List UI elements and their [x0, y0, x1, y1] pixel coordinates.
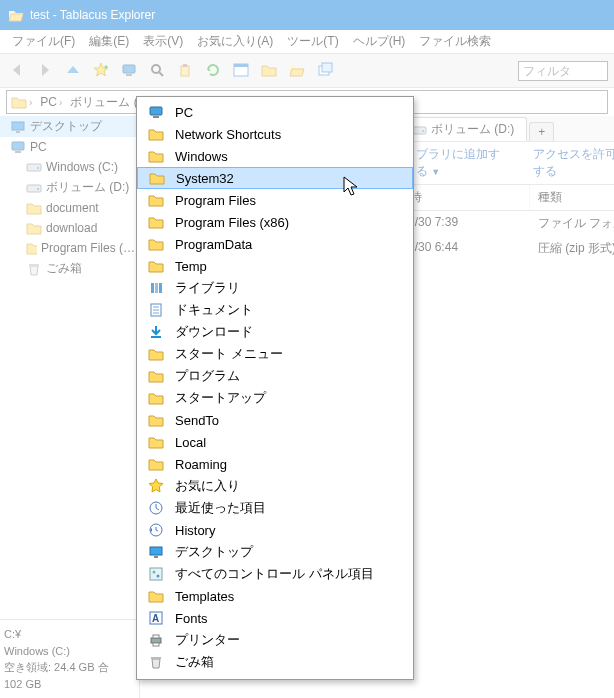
- tree-desktop[interactable]: デスクトップ: [0, 116, 139, 137]
- tree-trash[interactable]: ごみ箱: [0, 258, 139, 279]
- dropdown-item[interactable]: System32: [137, 167, 413, 189]
- dropdown-item-label: すべてのコントロール パネル項目: [175, 565, 374, 583]
- recent-icon: [147, 499, 165, 517]
- dropdown-item[interactable]: お気に入り: [137, 475, 413, 497]
- ribbon-grant-access[interactable]: アクセスを許可する: [533, 146, 614, 180]
- tree-drive-d[interactable]: ボリューム (D:): [0, 177, 139, 198]
- dropdown-item[interactable]: ごみ箱: [137, 651, 413, 673]
- dropdown-item-label: Templates: [175, 589, 234, 604]
- dropdown-item-label: Program Files (x86): [175, 215, 289, 230]
- folder-tree[interactable]: デスクトップ PC Windows (C:) ボリューム (D:) docume…: [0, 116, 139, 619]
- tree-drive-c[interactable]: Windows (C:): [0, 157, 139, 177]
- app-icon: [8, 7, 24, 23]
- dropdown-item[interactable]: Temp: [137, 255, 413, 277]
- dropdown-item-label: History: [175, 523, 215, 538]
- tree-pc[interactable]: PC: [0, 137, 139, 157]
- mouse-cursor: [343, 176, 361, 198]
- document-icon: [147, 301, 165, 319]
- address-segment-pc[interactable]: PC›: [36, 95, 66, 109]
- history-icon: [147, 521, 165, 539]
- dropdown-item[interactable]: デスクトップ: [137, 541, 413, 563]
- desktop-icon: [147, 543, 165, 561]
- folder-icon: [147, 587, 165, 605]
- dropdown-item[interactable]: スタート メニュー: [137, 343, 413, 365]
- fonts-icon: [147, 609, 165, 627]
- back-button[interactable]: [6, 59, 30, 83]
- menu-file-search[interactable]: ファイル検索: [413, 31, 497, 52]
- dropdown-item[interactable]: SendTo: [137, 409, 413, 431]
- download-icon: [147, 323, 165, 341]
- search-button[interactable]: [146, 59, 170, 83]
- jump-list-dropdown[interactable]: PCNetwork ShortcutsWindowsSystem32Progra…: [136, 96, 414, 680]
- menu-edit[interactable]: 編集(E): [83, 31, 135, 52]
- dropdown-item-label: お気に入り: [175, 477, 240, 495]
- tree-download[interactable]: download: [0, 218, 139, 238]
- ribbon-add-to-library[interactable]: ブラリに追加する ▼: [416, 146, 509, 180]
- new-window-button[interactable]: [314, 59, 338, 83]
- menu-view[interactable]: 表示(V): [137, 31, 189, 52]
- dropdown-item-label: プログラム: [175, 367, 240, 385]
- dropdown-item[interactable]: Templates: [137, 585, 413, 607]
- trash-icon: [147, 653, 165, 671]
- tree-document[interactable]: document: [0, 198, 139, 218]
- filter-input[interactable]: [518, 61, 608, 81]
- tree-program-files[interactable]: Program Files (…: [0, 238, 139, 258]
- menu-bar: ファイル(F) 編集(E) 表示(V) お気に入り(A) ツール(T) ヘルプ(…: [0, 30, 614, 54]
- dropdown-item[interactable]: プリンター: [137, 629, 413, 651]
- tab-volume-d[interactable]: ボリューム (D:): [402, 117, 527, 141]
- menu-favorites[interactable]: お気に入り(A): [191, 31, 279, 52]
- dropdown-item[interactable]: Local: [137, 431, 413, 453]
- dropdown-item[interactable]: Network Shortcuts: [137, 123, 413, 145]
- dropdown-item[interactable]: プログラム: [137, 365, 413, 387]
- address-segment-volume[interactable]: ボリューム (: [66, 94, 141, 111]
- dropdown-item[interactable]: ProgramData: [137, 233, 413, 255]
- dropdown-item-label: ProgramData: [175, 237, 252, 252]
- clipboard-button[interactable]: [174, 59, 198, 83]
- dropdown-item[interactable]: PC: [137, 101, 413, 123]
- dropdown-item-label: ごみ箱: [175, 653, 214, 671]
- dropdown-item-label: スタートアップ: [175, 389, 266, 407]
- menu-file[interactable]: ファイル(F): [6, 31, 81, 52]
- dropdown-item-label: ドキュメント: [175, 301, 253, 319]
- folder-icon: [147, 147, 165, 165]
- dropdown-item[interactable]: 最近使った項目: [137, 497, 413, 519]
- dropdown-item[interactable]: Program Files (x86): [137, 211, 413, 233]
- dropdown-item[interactable]: History: [137, 519, 413, 541]
- up-button[interactable]: [62, 59, 86, 83]
- dropdown-item[interactable]: ライブラリ: [137, 277, 413, 299]
- printer-icon: [147, 631, 165, 649]
- dropdown-item-label: デスクトップ: [175, 543, 253, 561]
- pc-icon: [147, 103, 165, 121]
- control-icon: [147, 565, 165, 583]
- folder-icon: [148, 169, 166, 187]
- dropdown-item-label: Program Files: [175, 193, 256, 208]
- column-type[interactable]: 種類: [530, 185, 614, 210]
- status-path: C:¥: [4, 626, 135, 643]
- menu-help[interactable]: ヘルプ(H): [347, 31, 412, 52]
- history-button[interactable]: [118, 59, 142, 83]
- dropdown-item[interactable]: すべてのコントロール パネル項目: [137, 563, 413, 585]
- dropdown-item-label: 最近使った項目: [175, 499, 266, 517]
- dropdown-item[interactable]: Fonts: [137, 607, 413, 629]
- dropdown-item[interactable]: スタートアップ: [137, 387, 413, 409]
- dropdown-item[interactable]: ドキュメント: [137, 299, 413, 321]
- forward-button[interactable]: [34, 59, 58, 83]
- folder-button[interactable]: [258, 59, 282, 83]
- status-drive: Windows (C:): [4, 643, 135, 660]
- dropdown-item-label: SendTo: [175, 413, 219, 428]
- window-button[interactable]: [230, 59, 254, 83]
- tab-add[interactable]: +: [529, 122, 554, 141]
- dropdown-item[interactable]: ダウンロード: [137, 321, 413, 343]
- star-icon: [147, 477, 165, 495]
- add-favorite-button[interactable]: [90, 59, 114, 83]
- folder-icon: [147, 345, 165, 363]
- refresh-button[interactable]: [202, 59, 226, 83]
- filter-box: [518, 61, 608, 81]
- new-folder-button[interactable]: [286, 59, 310, 83]
- dropdown-item[interactable]: Windows: [137, 145, 413, 167]
- dropdown-item[interactable]: Program Files: [137, 189, 413, 211]
- menu-tools[interactable]: ツール(T): [281, 31, 344, 52]
- dropdown-item-label: Temp: [175, 259, 207, 274]
- dropdown-item-label: Network Shortcuts: [175, 127, 281, 142]
- dropdown-item[interactable]: Roaming: [137, 453, 413, 475]
